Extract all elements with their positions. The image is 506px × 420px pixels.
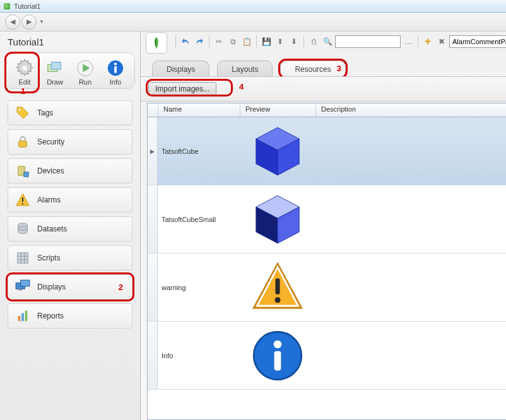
cut-button[interactable]: ✂ xyxy=(213,35,225,48)
mode-draw-button[interactable]: Draw xyxy=(40,58,70,86)
sidebar-item-label: Scripts xyxy=(37,254,61,262)
new-item-button[interactable]: ✚ xyxy=(421,35,434,48)
page-combo[interactable]: AlarmCommentPage xyxy=(449,35,506,48)
grid-row[interactable]: TatsoftCubeSmall xyxy=(148,185,506,254)
sub-toolbar: Import images... 4 xyxy=(141,76,506,102)
sidebar-item-datasets[interactable]: Datasets xyxy=(8,216,132,242)
sidebar-item-alarms[interactable]: Alarms xyxy=(8,187,132,213)
svg-point-8 xyxy=(114,62,117,65)
sidebar-item-devices[interactable]: Devices xyxy=(8,158,132,184)
draw-icon xyxy=(45,58,65,78)
mode-edit-button[interactable]: Edit 1 xyxy=(9,58,40,86)
top-toolbar: ✂ ⧉ 📋 💾 ⬆ ⬇ ⎙ 🔍 … ✚ ✖ AlarmCommentPage xyxy=(141,32,506,52)
lock-icon xyxy=(15,134,31,150)
warning-triangle-icon xyxy=(249,259,306,316)
mode-run-button[interactable]: Run xyxy=(70,58,100,86)
main-area: Tutorial1 Edit 1 Draw Run xyxy=(0,32,506,420)
displays-icon xyxy=(15,279,31,295)
import-button[interactable]: ⬆ xyxy=(274,35,286,48)
import-images-button[interactable]: Import images... xyxy=(148,82,216,96)
sidebar-item-displays[interactable]: Displays 2 xyxy=(8,274,132,300)
svg-point-42 xyxy=(274,340,282,348)
row-indicator xyxy=(148,185,158,253)
svg-rect-24 xyxy=(21,280,30,286)
annotation-4: 4 xyxy=(239,82,244,91)
undo-button[interactable] xyxy=(179,35,192,48)
page-combo-value: AlarmCommentPage xyxy=(452,38,506,45)
tab-label: Layouts xyxy=(232,65,258,74)
zoom-button[interactable]: 🔍 xyxy=(321,35,334,48)
device-icon xyxy=(15,163,31,179)
export-button[interactable]: ⬇ xyxy=(288,35,300,48)
sidebar-item-reports[interactable]: Reports xyxy=(8,303,132,329)
warning-icon xyxy=(15,192,31,208)
tag-icon xyxy=(15,105,31,121)
database-icon xyxy=(15,221,31,237)
sidebar-item-security[interactable]: Security xyxy=(8,129,132,155)
cell-preview xyxy=(240,327,315,384)
mode-info-button[interactable]: Info xyxy=(100,58,131,86)
scripts-icon xyxy=(15,250,31,266)
search-input[interactable] xyxy=(335,35,401,48)
info-icon xyxy=(105,58,126,78)
cell-preview xyxy=(240,259,315,316)
svg-point-38 xyxy=(275,297,281,303)
sidebar-item-tags[interactable]: Tags xyxy=(8,100,132,125)
print-button[interactable]: ⎙ xyxy=(307,35,320,48)
svg-point-9 xyxy=(19,109,21,111)
grid-header: Name Preview Description xyxy=(148,103,506,117)
col-header-preview[interactable]: Preview xyxy=(240,103,316,117)
redo-button[interactable] xyxy=(193,35,206,48)
col-header-description[interactable]: Description xyxy=(316,103,506,117)
col-header-name[interactable]: Name xyxy=(158,103,240,117)
save-button[interactable]: 💾 xyxy=(260,35,273,48)
sidebar-item-label: Displays xyxy=(37,283,66,291)
mode-info-label: Info xyxy=(110,78,121,86)
tab-resources[interactable]: Resources 3 xyxy=(280,61,345,76)
row-indicator xyxy=(148,322,158,389)
sidebar-item-label: Reports xyxy=(37,312,64,320)
app-icon xyxy=(4,3,10,9)
svg-rect-28 xyxy=(25,311,28,322)
annotation-3: 3 xyxy=(337,64,341,73)
resources-grid: Name Preview Description ▶ TatsoftCube xyxy=(147,103,506,420)
grid-row[interactable]: warning xyxy=(148,254,506,322)
sidebar-item-scripts[interactable]: Scripts xyxy=(8,245,132,271)
svg-rect-14 xyxy=(22,197,23,202)
nav-forward-button[interactable]: ▶ xyxy=(21,15,37,30)
svg-point-1 xyxy=(22,66,27,71)
mode-edit-label: Edit xyxy=(19,78,31,86)
import-images-label: Import images... xyxy=(155,85,209,93)
search-options-button[interactable]: … xyxy=(402,35,415,48)
app-logo[interactable] xyxy=(146,32,167,54)
grid-row[interactable]: Info xyxy=(148,322,506,390)
cube-icon xyxy=(249,123,306,180)
tab-layouts[interactable]: Layouts xyxy=(217,61,273,76)
grid-row[interactable]: ▶ TatsoftCube xyxy=(148,117,506,185)
cell-name: Info xyxy=(158,352,240,359)
svg-rect-27 xyxy=(21,313,24,321)
sidebar: Tutorial1 Edit 1 Draw Run xyxy=(0,32,141,420)
nav-back-button[interactable]: ◀ xyxy=(5,15,20,30)
svg-rect-18 xyxy=(18,253,28,264)
svg-rect-15 xyxy=(22,203,23,204)
nav-dropdown-button[interactable]: ▼ xyxy=(38,18,45,26)
cell-name: TatsoftCubeSmall xyxy=(158,216,240,223)
annotation-2: 2 xyxy=(119,283,123,292)
cell-name: warning xyxy=(158,284,240,291)
sidebar-item-label: Datasets xyxy=(37,225,67,233)
gear-icon xyxy=(15,58,35,78)
window-titlebar: Tutorial1 xyxy=(0,0,506,13)
cell-preview xyxy=(240,123,315,180)
svg-rect-25 xyxy=(19,289,22,290)
tab-displays[interactable]: Displays xyxy=(152,61,209,76)
copy-button[interactable]: ⧉ xyxy=(227,35,239,48)
mode-run-label: Run xyxy=(79,78,91,86)
delete-item-button[interactable]: ✖ xyxy=(435,35,448,48)
svg-rect-41 xyxy=(274,351,281,370)
sidebar-item-label: Security xyxy=(37,137,64,146)
tab-row: Displays Layouts Resources 3 xyxy=(141,61,506,76)
paste-button[interactable]: 📋 xyxy=(240,35,253,48)
row-indicator: ▶ xyxy=(148,117,158,185)
project-title: Tutorial1 xyxy=(0,32,140,50)
